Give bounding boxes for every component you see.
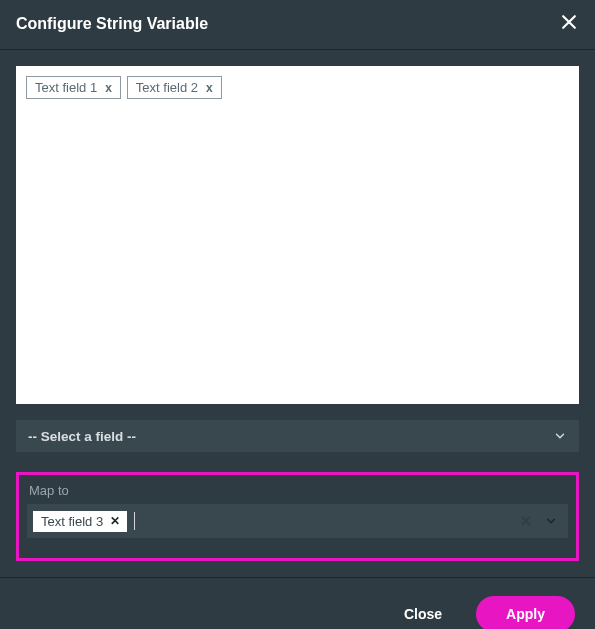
close-icon [559,12,579,35]
remove-tag-button[interactable]: x [204,81,215,95]
chevron-down-icon [553,429,567,443]
remove-tag-button[interactable]: x [103,81,114,95]
text-cursor [134,512,135,530]
field-select-placeholder: -- Select a field -- [28,429,136,444]
map-to-highlight: Map to Text field 3 ✕ ✕ [16,472,579,561]
map-to-tag[interactable]: Text field 3 ✕ [33,511,127,532]
field-tag[interactable]: Text field 2 x [127,76,222,99]
map-to-label: Map to [27,483,568,498]
close-button[interactable]: Close [390,598,456,629]
field-tag[interactable]: Text field 1 x [26,76,121,99]
modal-footer: Close Apply [0,578,595,629]
map-to-select[interactable]: Text field 3 ✕ ✕ [27,504,568,538]
field-select[interactable]: -- Select a field -- [16,420,579,452]
field-tag-label: Text field 2 [136,80,198,95]
configure-string-variable-modal: Configure String Variable Text field 1 x… [0,0,595,629]
map-to-tag-label: Text field 3 [41,514,103,529]
modal-body: Text field 1 x Text field 2 x -- Select … [0,50,595,578]
remove-map-to-button[interactable]: ✕ [108,514,122,528]
clear-map-to-button[interactable]: ✕ [514,513,538,529]
close-icon-button[interactable] [559,12,579,35]
modal-header: Configure String Variable [0,0,595,50]
modal-title: Configure String Variable [16,15,208,33]
field-tag-label: Text field 1 [35,80,97,95]
apply-button[interactable]: Apply [476,596,575,629]
chevron-down-icon [544,514,558,528]
fields-panel[interactable]: Text field 1 x Text field 2 x [16,66,579,404]
